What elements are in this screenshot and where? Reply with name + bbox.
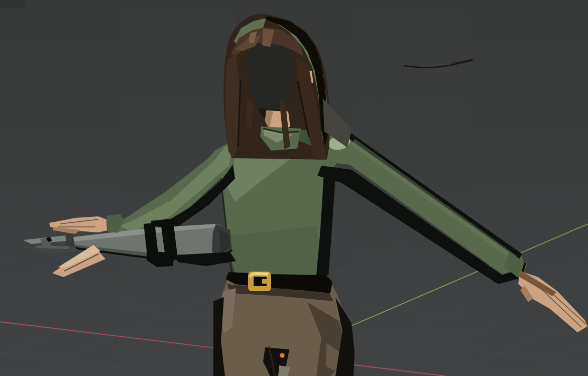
3d-viewport[interactable] <box>0 0 588 376</box>
face-shadowed <box>248 40 293 112</box>
origin-dot <box>280 353 284 357</box>
viewport-canvas[interactable] <box>0 0 588 376</box>
viewport-corner-shade <box>0 0 25 9</box>
belt-buckle <box>248 272 271 291</box>
origin-point[interactable] <box>280 353 285 358</box>
buckle-tongue <box>262 279 271 284</box>
pants <box>213 280 355 376</box>
